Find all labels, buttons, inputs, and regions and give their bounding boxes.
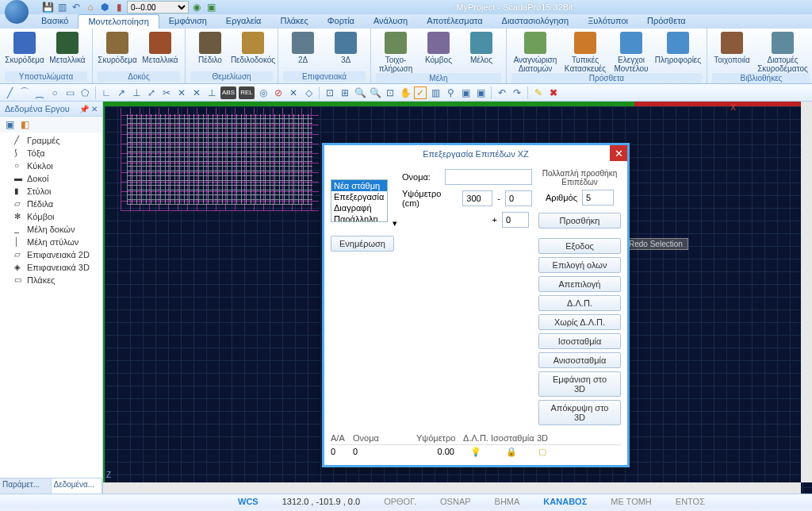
tool-ext-icon[interactable]: ✕ [287,86,300,99]
tab-loads[interactable]: Φορτία [318,14,364,29]
tool-snap4-icon[interactable]: ⤢ [145,86,158,99]
sb-inside[interactable]: ΕΝΤΟΣ [676,497,705,506]
tool-perp-icon[interactable]: ⊥ [205,86,218,99]
tab-slabs[interactable]: Πλάκες [270,14,317,29]
tree-slabs[interactable]: ▭Πλάκες [2,274,101,286]
tab-analysis[interactable]: Ανάλυση [364,14,417,29]
hide-3d-button[interactable]: Απόκρυψη στο 3D [538,400,621,425]
tool-polyline-icon[interactable]: ⁔ [33,86,46,99]
tree-arcs[interactable]: ⟆Τόξα [2,147,101,159]
exit-button[interactable]: Εξοδος [538,238,621,254]
btn-member[interactable]: Μέλος [462,30,501,64]
add-button[interactable]: Προσθήκη [538,213,621,229]
tool-redo-icon[interactable]: ↷ [511,86,523,99]
tree-beam-members[interactable]: ⎯Μέλη δοκών [2,223,101,236]
btn-section-recognition[interactable]: Αναγνώριση Διατομών [511,30,559,73]
sb-osnap[interactable]: OSNAP [440,497,471,506]
tab-addons[interactable]: Πρόσθετα [638,14,695,29]
level-eq-button[interactable]: Ισοσταθμία [538,333,621,349]
tree-columns[interactable]: ▮Στύλοι [2,185,101,198]
btn-information[interactable]: Πληροφορίες [654,30,702,64]
tool-pin-icon[interactable]: ⚲ [444,86,457,99]
panel-tool2-icon[interactable]: ◧ [18,118,31,131]
tab-basic[interactable]: Βασικό [32,14,78,29]
tool-layers-icon[interactable]: ▥ [429,86,442,99]
tree-beams[interactable]: ▬Δοκοί [2,172,101,185]
tool-zoomall-icon[interactable]: ⊡ [384,86,396,99]
tool-check-icon[interactable]: ✓ [414,86,427,99]
qat-level-dropdown[interactable]: 0--0.00 [127,1,189,13]
level-action-list[interactable]: Νέα στάθμη Επεξεργασία Διαγραφή Παράλληλ… [331,179,388,222]
tool-rect-icon[interactable]: ▭ [63,86,76,99]
tree-column-members[interactable]: │Μέλη στύλων [2,236,101,248]
btn-column-concrete[interactable]: Σκυρόδεμα [5,30,44,64]
qat-book-icon[interactable]: ▮ [113,1,125,13]
tool-mid-icon[interactable]: ◇ [302,86,315,99]
tool-view1-icon[interactable]: ▣ [459,86,472,99]
tool-poly-icon[interactable]: ⬠ [79,86,91,99]
tool-zoomin-icon[interactable]: 🔍 [354,86,366,99]
count-input[interactable] [582,190,614,206]
no-dlp-button[interactable]: Χωρίς Δ.Λ.Π. [538,314,621,330]
tab-modeling[interactable]: Μοντελοποίηση [78,14,159,29]
square-icon[interactable]: ▢ [532,447,553,457]
tab-tools[interactable]: Εργαλεία [216,14,271,29]
qat-save-icon[interactable]: 💾 [41,1,54,13]
qat-play-icon[interactable]: ▣ [205,1,217,13]
tree-nodes[interactable]: ✻Κόμβοι [2,210,101,223]
tree-footings[interactable]: ⏥Πέδιλα [2,198,101,210]
btn-surface-3d[interactable]: 3Δ [326,30,366,64]
floorplan-drawing[interactable] [121,108,319,211]
tool-zoomext-icon[interactable]: ⊞ [339,86,351,99]
sb-step[interactable]: ΒΗΜΑ [495,497,520,506]
dialog-close-button[interactable]: ✕ [610,145,627,161]
sb-section[interactable]: ΜΕ ΤΟΜΗ [611,497,652,506]
lock-icon[interactable]: 🔒 [491,447,532,457]
wcs-label[interactable]: WCS [238,497,259,506]
tool-snap3-icon[interactable]: ⊥ [130,86,143,99]
tool-pan-icon[interactable]: ✋ [399,86,412,99]
canvas-hscroll[interactable] [103,482,801,494]
tree-circles[interactable]: ○Κύκλοι [2,159,101,172]
tree-surf2d[interactable]: ▱Επιφανειακά 2D [2,248,101,261]
tab-results[interactable]: Αποτέλεσματα [417,14,492,29]
app-orb[interactable] [5,0,29,24]
tool-undo-icon[interactable]: ↶ [496,86,508,99]
panel-tab-params[interactable]: Παράμετ... [0,478,52,494]
tool-x1-icon[interactable]: ✕ [175,86,188,99]
tab-display[interactable]: Εμφάνιση [159,14,216,29]
tool-line-icon[interactable]: ╱ [3,86,16,99]
dlp-button[interactable]: Δ.Λ.Π. [538,295,621,311]
tool-circle-icon[interactable]: ○ [48,86,61,99]
tool-cut-icon[interactable]: ✂ [160,86,173,99]
btn-beam-steel[interactable]: Μεταλλικά [140,30,180,64]
btn-strip-footing[interactable]: Πεδιλοδοκός [233,30,273,64]
name-input[interactable] [445,169,532,185]
tool-snap1-icon[interactable]: ∟ [100,86,113,99]
tree-lines[interactable]: ╱Γραμμές [2,134,101,147]
select-all-button[interactable]: Επιλογή ολων [538,257,621,273]
tool-snap2-icon[interactable]: ↗ [115,86,128,99]
btn-surface-2d[interactable]: 2Δ [283,30,323,64]
deselect-button[interactable]: Απεπιλογή [538,276,621,292]
tab-dimensioning[interactable]: Διαστασιολόγηση [492,14,579,29]
btn-footing[interactable]: Πέδιλο [190,30,230,64]
tool-zoomwin-icon[interactable]: ⊡ [324,86,336,99]
btn-model-checks[interactable]: Ελεγχοι Μοντέλου [611,30,651,73]
tool-brush-icon[interactable]: ✎ [532,86,545,99]
panel-pin-icon[interactable]: 📌 ✕ [79,105,98,113]
height-plus-input[interactable] [502,212,529,228]
btn-concrete-sections[interactable]: Διατομές Σκυροδέματος [755,30,810,73]
tool-zoomout-icon[interactable]: 🔍 [369,86,381,99]
level-uneq-button[interactable]: Ανισοσταθμία [538,352,621,368]
btn-beam-concrete[interactable]: Σκυρόδεμα [98,30,137,64]
table-row[interactable]: 0 0 0.00 💡 🔒 ▢ [331,445,621,459]
btn-node[interactable]: Κόμβος [419,30,458,64]
bulb-icon[interactable]: 💡 [461,447,491,457]
tool-arc-icon[interactable]: ⌒ [18,86,31,99]
height-input[interactable] [462,190,492,206]
tab-formwork[interactable]: Ξυλότυποι [578,14,638,29]
tool-x2-icon[interactable]: ✕ [190,86,203,99]
panel-tab-data[interactable]: Δεδομένα... [52,478,103,494]
tool-close-icon[interactable]: ✖ [547,86,560,99]
